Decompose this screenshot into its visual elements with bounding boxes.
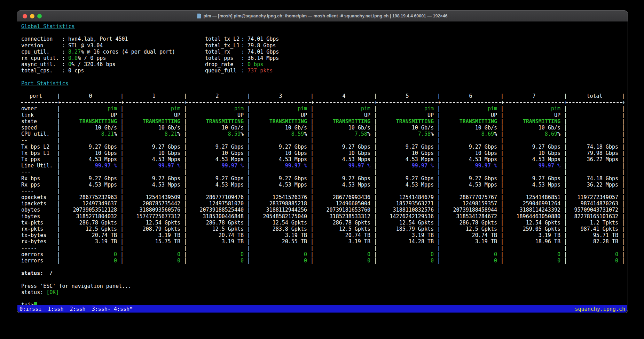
zoom-button[interactable] [37, 14, 42, 18]
table-row: rx-pkts12.5 Gpkts208.79 Gpkts12.5 Gpkts2… [21, 226, 623, 232]
stat-value: 79.8 Gbps [248, 42, 276, 49]
table-cell: TRANSMITTING [376, 118, 439, 125]
stat-value: hvn4.lab, Port 4501 [68, 36, 128, 42]
table-cell: 99.97 % [376, 163, 439, 169]
table-cell: 286.78 Gpkts [312, 220, 376, 226]
table-cell: 0 [59, 93, 122, 99]
table-cell: TRANSMITTING [312, 118, 376, 125]
table-cell: 987414870263 [566, 200, 623, 207]
table-cell: 14276242129536 [376, 213, 439, 220]
table-row: tx-bytes20.74 TB3.19 TB20.74 TB3.19 TB20… [21, 232, 623, 238]
stat-value: 737 pkts [248, 68, 273, 74]
table-cell: 0 [312, 258, 376, 264]
stat-line: total_pps: 36.14 Mpps [205, 55, 279, 61]
table-cell: 18964463050880 [502, 213, 566, 220]
table-row: Tx bps L110 Gbps10 Gbps10 Gbps10 Gbps10 … [21, 150, 623, 156]
blank-line [21, 277, 623, 283]
status-label: status: [21, 270, 43, 276]
table-cell: ----- [21, 245, 59, 251]
table-cell: TRANSMITTING [186, 118, 249, 125]
cell-value: 4.53 Mpps [152, 156, 180, 163]
cell-value: 0 [557, 251, 560, 258]
cell-value: 4.53 Mpps [342, 156, 370, 163]
cell-value: 12.54 Gpkts [399, 220, 434, 226]
table-cell: 10 Gbps [122, 150, 186, 156]
table-row: Line Util.99.97 %99.97 %99.97 %99.97 %99… [21, 163, 623, 169]
cell-value: 9.27 Gbps [342, 144, 370, 150]
table-cell: Tx pps [21, 156, 59, 163]
table-cell [59, 245, 122, 251]
table-cell: 286.78 Gpkts [186, 220, 249, 226]
cell-value: 3.19 TB [158, 232, 180, 238]
table-cell [376, 169, 439, 175]
cell-value: 3188112944256 [266, 207, 307, 213]
cell-value: 82278165101632 [574, 213, 618, 220]
table-cell: pim [502, 105, 566, 112]
cell-value: 3188110832576 [393, 207, 434, 213]
stat-colon: : [62, 55, 68, 61]
cell-value: 4.53 Mpps [469, 156, 497, 163]
table-cell: pim [59, 105, 122, 112]
table-cell: ierrors [21, 258, 59, 264]
table-cell: 12.54 Gpkts [249, 220, 312, 226]
cell-value: 12541484679 [399, 194, 434, 200]
cell-value: 286777109476 [206, 194, 244, 200]
separator-cell [186, 99, 249, 105]
cell-value: 10 Gbps [285, 150, 307, 156]
table-cell: --- [21, 169, 59, 175]
cell-value: obytes [21, 207, 40, 213]
terminal-screen[interactable]: Global Statistics connection: hvn4.lab, … [17, 22, 628, 313]
table-cell: 4.53 Mpps [122, 156, 186, 163]
cell-value: TRANSMITTING [396, 118, 434, 125]
cell-value: 1.2 Tpkts [590, 220, 618, 226]
table-cell: 12496605004 [312, 200, 376, 207]
table-row: ierrors000000000 [21, 258, 623, 264]
stat-colon: : [241, 61, 248, 68]
cell-value: port [30, 93, 42, 99]
table-cell: 0 [249, 258, 312, 264]
table-cell: 9.27 Gbps [439, 144, 502, 150]
stat-label: connection [21, 36, 62, 42]
table-cell: 8.21% [122, 131, 186, 137]
table-cell: 3188112944256 [249, 207, 312, 213]
cell-value: 12.54 Gpkts [526, 220, 560, 226]
minimize-button[interactable] [30, 14, 34, 18]
table-cell: oerrors [21, 251, 59, 258]
table-cell: 0 [439, 258, 502, 264]
table-row: --- [21, 169, 623, 175]
cell-value: total [587, 93, 602, 99]
separator-cell [249, 99, 312, 105]
cell-value: 10 Gbps [539, 150, 560, 156]
cell-value: 4.53 Mpps [406, 182, 434, 188]
cell-value: 95709043731072 [574, 207, 618, 213]
cell-value: pim [234, 105, 244, 112]
table-cell: pim [186, 105, 249, 112]
table-row: ownerpimpimpimpimpimpimpimpim [21, 105, 623, 112]
cell-value: 20739181653760 [327, 207, 370, 213]
blank-line [21, 74, 623, 80]
cell-value: 20739053512128 [73, 207, 117, 213]
close-button[interactable] [23, 14, 27, 18]
table-row: ipackets12497349637208785735442124975810… [21, 200, 623, 207]
cell-value: 9.27 Gbps [215, 144, 244, 150]
table-cell: 9.27 Gbps [312, 144, 376, 150]
table-cell: 4.53 Mpps [186, 156, 249, 163]
table-cell: 8.59% [249, 131, 312, 137]
table-row: ibytes3185271804032157477256773123185300… [21, 213, 623, 220]
document-icon [197, 14, 201, 18]
table-cell: 4.53 Mpps [59, 156, 122, 163]
cell-value: 9.27 Gbps [342, 175, 370, 182]
stat-label: total_cps. [21, 68, 62, 74]
separator-cell [566, 99, 623, 105]
table-cell: 286776993436 [312, 194, 376, 200]
cell-value: 10 Gb/s [285, 125, 307, 131]
cell-value: 99.97 % [348, 163, 370, 169]
cell-value: 14276242129536 [390, 213, 434, 220]
table-cell: 10 Gbps [59, 150, 122, 156]
table-cell: 36.22 Mpps [566, 156, 623, 163]
cell-value: TRANSMITTING [333, 118, 370, 125]
cell-value: 12.5 Gpkts [466, 226, 497, 232]
titlebar[interactable]: pim — [mosh] pim@squanchy.ipng.ch: /home… [17, 11, 628, 22]
table-row: tx-pkts286.78 Gpkts12.54 Gpkts286.78 Gpk… [21, 220, 623, 226]
table-cell: opackets [21, 194, 59, 200]
